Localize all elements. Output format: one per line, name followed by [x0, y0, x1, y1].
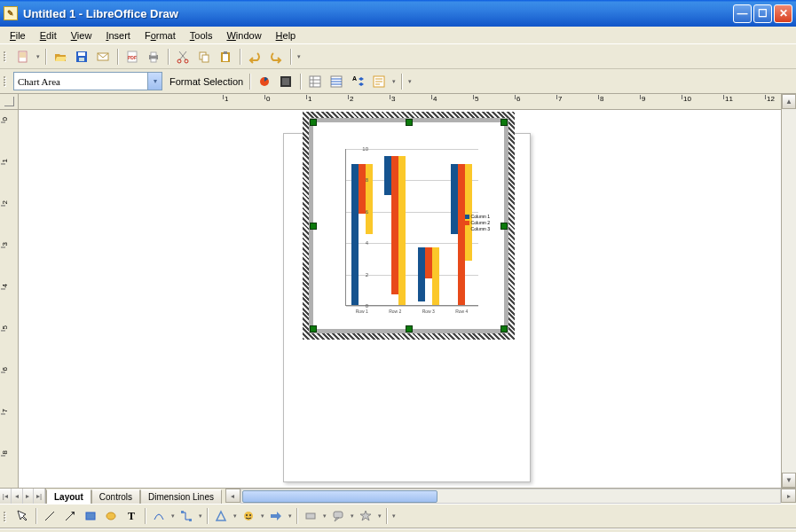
stars-dropdown[interactable] [376, 506, 382, 526]
resize-handle-se[interactable] [500, 325, 508, 332]
chart-legend-button[interactable]: A [348, 72, 367, 91]
resize-handle-n[interactable] [406, 119, 413, 126]
resize-handle-sw[interactable] [310, 325, 317, 332]
legend-item[interactable]: Column 3 [465, 226, 490, 232]
legend-item[interactable]: Column 2 [465, 220, 490, 226]
flowchart-dropdown[interactable] [321, 506, 327, 526]
menu-help[interactable]: Help [270, 28, 303, 43]
menu-insert[interactable]: Insert [99, 28, 137, 43]
resize-handle-nw[interactable] [310, 119, 317, 126]
minimize-button[interactable]: — [733, 4, 752, 23]
scroll-down-button[interactable]: ▼ [782, 473, 796, 488]
combo-arrow-icon[interactable] [147, 73, 162, 90]
connector-dropdown[interactable] [197, 506, 203, 526]
callouts-dropdown[interactable] [349, 506, 355, 526]
toolbar-overflow[interactable] [390, 506, 397, 526]
bar[interactable] [451, 164, 458, 235]
vertical-scrollbar[interactable]: ▲ ▼ [781, 94, 796, 488]
block-arrows-tool[interactable] [266, 506, 286, 526]
toolbar-handle[interactable] [4, 507, 10, 525]
connector-tool[interactable] [177, 506, 196, 526]
resize-handle-ne[interactable] [500, 119, 508, 126]
menu-view[interactable]: View [65, 28, 99, 43]
bar[interactable] [384, 156, 391, 195]
tab-dimension[interactable]: Dimension Lines [140, 489, 222, 504]
ellipse-tool[interactable] [101, 506, 121, 526]
tab-prev-button[interactable]: ◂ [12, 489, 23, 504]
bar[interactable] [425, 247, 432, 278]
undo-button[interactable] [245, 47, 264, 66]
text-tool[interactable]: T [122, 506, 141, 526]
chart-type-button[interactable] [255, 72, 274, 91]
open-button[interactable] [51, 47, 70, 66]
tab-next-button[interactable]: ▸ [23, 489, 35, 504]
menu-edit[interactable]: Edit [34, 28, 63, 43]
tab-last-button[interactable]: ▸| [34, 489, 45, 504]
menu-file[interactable]: File [4, 28, 32, 43]
chart-legend[interactable]: Column 1Column 2Column 3 [465, 214, 490, 232]
toolbar-handle[interactable] [4, 73, 10, 90]
scroll-left-button[interactable]: ◂ [225, 489, 240, 503]
chart-element-combo[interactable] [13, 72, 162, 90]
rectangle-tool[interactable] [81, 506, 100, 526]
save-button[interactable] [72, 47, 91, 66]
horizontal-scrollbar[interactable]: ◂ ▸ [225, 489, 796, 504]
copy-button[interactable] [194, 47, 214, 66]
scroll-track[interactable] [240, 489, 781, 504]
arrow-line-tool[interactable] [60, 506, 80, 526]
curve-dropdown[interactable] [169, 506, 176, 526]
scroll-track[interactable] [782, 109, 796, 473]
chart-element-input[interactable] [14, 74, 147, 89]
bar[interactable] [359, 164, 366, 215]
bar[interactable] [366, 164, 373, 235]
chart-plot-area[interactable] [345, 149, 478, 306]
tab-layout[interactable]: Layout [46, 489, 91, 504]
basic-shapes-tool[interactable] [211, 506, 231, 526]
redo-button[interactable] [266, 47, 286, 66]
scroll-up-button[interactable]: ▲ [782, 94, 796, 109]
canvas[interactable]: Column 1Column 2Column 3 0246810 Row 1Ro… [19, 110, 781, 488]
resize-handle-e[interactable] [500, 223, 508, 230]
new-dropdown[interactable] [35, 47, 41, 66]
bar[interactable] [398, 156, 406, 305]
horizontal-ruler[interactable]: 10123456789101112 [19, 94, 781, 110]
menu-window[interactable]: Window [220, 28, 267, 43]
chart-3d-button[interactable] [276, 72, 296, 91]
maximize-button[interactable]: ☐ [753, 4, 772, 23]
flowchart-tool[interactable] [301, 506, 320, 526]
vertical-ruler[interactable]: 012345678 [0, 110, 19, 488]
email-button[interactable] [93, 47, 113, 66]
basic-shapes-dropdown[interactable] [232, 506, 238, 526]
toolbar-overflow[interactable] [296, 47, 302, 66]
menu-format[interactable]: Format [138, 28, 182, 43]
callouts-tool[interactable] [328, 506, 348, 526]
new-button[interactable] [13, 47, 33, 66]
chart-object[interactable]: Column 1Column 2Column 3 0246810 Row 1Ro… [303, 112, 515, 340]
bar[interactable] [351, 164, 359, 305]
stars-tool[interactable] [356, 506, 375, 526]
bar[interactable] [432, 247, 439, 305]
bar[interactable] [418, 247, 425, 302]
format-selection-label[interactable]: Format Selection [169, 76, 243, 87]
chart-data-table-button[interactable] [305, 72, 325, 91]
block-arrows-dropdown[interactable] [287, 506, 293, 526]
paste-button[interactable] [216, 47, 235, 66]
toolbar-handle[interactable] [4, 48, 10, 66]
bar[interactable] [391, 156, 398, 294]
select-tool[interactable] [12, 506, 32, 526]
bar[interactable] [458, 164, 465, 305]
chart-hgrid-button[interactable] [327, 72, 346, 91]
chart-titles-button[interactable] [369, 72, 389, 91]
bar[interactable] [465, 164, 472, 262]
toolbar-overflow[interactable] [406, 72, 413, 91]
tab-controls[interactable]: Controls [91, 489, 140, 504]
print-button[interactable] [144, 47, 163, 66]
chart-titles-dropdown[interactable] [390, 72, 397, 91]
scroll-right-button[interactable]: ▸ [781, 489, 796, 503]
scroll-thumb[interactable] [242, 490, 437, 503]
line-tool[interactable] [40, 506, 59, 526]
cut-button[interactable] [173, 47, 193, 66]
legend-item[interactable]: Column 1 [465, 214, 490, 220]
curve-tool[interactable] [149, 506, 169, 526]
export-pdf-button[interactable]: PDF [122, 47, 142, 66]
